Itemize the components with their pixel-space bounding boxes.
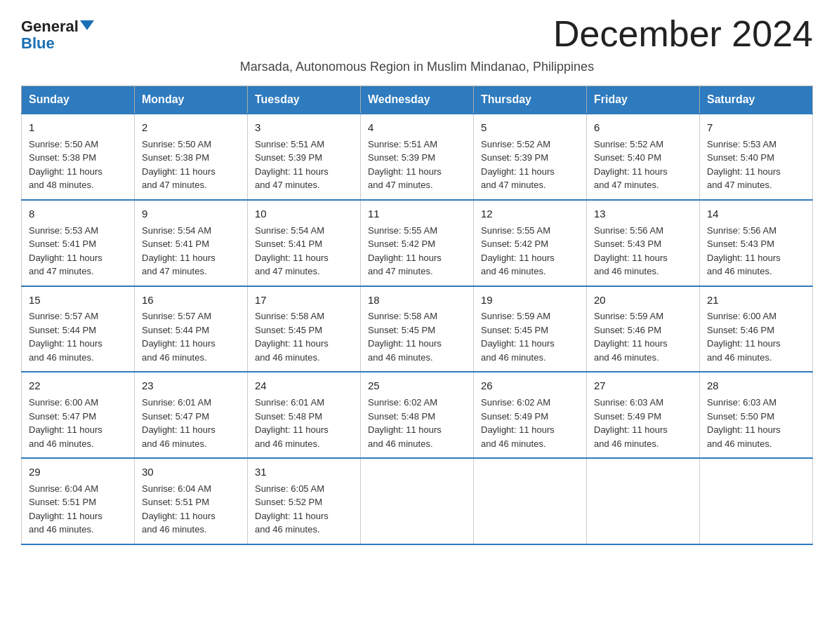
calendar-cell: 7Sunrise: 5:53 AM Sunset: 5:40 PM Daylig… <box>700 114 813 200</box>
day-info: Sunrise: 6:04 AM Sunset: 5:51 PM Dayligh… <box>142 482 240 537</box>
logo-blue-text: Blue <box>21 35 55 52</box>
day-header-wednesday: Wednesday <box>361 86 474 114</box>
day-info: Sunrise: 5:55 AM Sunset: 5:42 PM Dayligh… <box>368 224 466 279</box>
day-info: Sunrise: 5:54 AM Sunset: 5:41 PM Dayligh… <box>255 224 353 279</box>
calendar-cell: 18Sunrise: 5:58 AM Sunset: 5:45 PM Dayli… <box>361 286 474 373</box>
day-info: Sunrise: 6:00 AM Sunset: 5:47 PM Dayligh… <box>29 396 127 450</box>
day-info: Sunrise: 5:50 AM Sunset: 5:38 PM Dayligh… <box>29 137 127 192</box>
calendar-header-row: SundayMondayTuesdayWednesdayThursdayFrid… <box>22 86 813 114</box>
calendar-table: SundayMondayTuesdayWednesdayThursdayFrid… <box>21 86 813 545</box>
day-number: 16 <box>142 293 240 308</box>
day-info: Sunrise: 5:51 AM Sunset: 5:39 PM Dayligh… <box>368 137 466 192</box>
day-number: 30 <box>142 464 240 480</box>
day-number: 26 <box>481 378 579 394</box>
calendar-cell: 25Sunrise: 6:02 AM Sunset: 5:48 PM Dayli… <box>361 372 474 458</box>
calendar-cell: 2Sunrise: 5:50 AM Sunset: 5:38 PM Daylig… <box>135 114 248 200</box>
calendar-cell: 22Sunrise: 6:00 AM Sunset: 5:47 PM Dayli… <box>22 372 135 458</box>
day-info: Sunrise: 5:58 AM Sunset: 5:45 PM Dayligh… <box>368 309 466 364</box>
calendar-cell <box>361 458 474 544</box>
day-info: Sunrise: 5:52 AM Sunset: 5:39 PM Dayligh… <box>481 137 579 192</box>
day-info: Sunrise: 5:56 AM Sunset: 5:43 PM Dayligh… <box>594 224 692 279</box>
day-info: Sunrise: 5:51 AM Sunset: 5:39 PM Dayligh… <box>255 137 353 192</box>
day-number: 8 <box>29 206 127 222</box>
calendar-cell: 1Sunrise: 5:50 AM Sunset: 5:38 PM Daylig… <box>22 114 135 200</box>
page-header: General Blue December 2024 <box>21 14 813 54</box>
calendar-cell: 15Sunrise: 5:57 AM Sunset: 5:44 PM Dayli… <box>22 286 135 373</box>
day-number: 13 <box>594 206 692 222</box>
day-number: 19 <box>481 293 579 308</box>
day-number: 20 <box>594 293 692 308</box>
calendar-cell: 21Sunrise: 6:00 AM Sunset: 5:46 PM Dayli… <box>700 286 813 373</box>
calendar-week-5: 29Sunrise: 6:04 AM Sunset: 5:51 PM Dayli… <box>22 458 813 544</box>
calendar-cell: 13Sunrise: 5:56 AM Sunset: 5:43 PM Dayli… <box>587 200 700 286</box>
day-info: Sunrise: 5:57 AM Sunset: 5:44 PM Dayligh… <box>29 309 127 364</box>
day-info: Sunrise: 5:55 AM Sunset: 5:42 PM Dayligh… <box>481 224 579 279</box>
calendar-cell: 4Sunrise: 5:51 AM Sunset: 5:39 PM Daylig… <box>361 114 474 200</box>
calendar-week-4: 22Sunrise: 6:00 AM Sunset: 5:47 PM Dayli… <box>22 372 813 458</box>
day-info: Sunrise: 5:58 AM Sunset: 5:45 PM Dayligh… <box>255 309 353 364</box>
day-info: Sunrise: 5:54 AM Sunset: 5:41 PM Dayligh… <box>142 224 240 279</box>
day-info: Sunrise: 5:52 AM Sunset: 5:40 PM Dayligh… <box>594 137 692 192</box>
calendar-cell <box>474 458 587 544</box>
calendar-cell: 6Sunrise: 5:52 AM Sunset: 5:40 PM Daylig… <box>587 114 700 200</box>
calendar-cell: 26Sunrise: 6:02 AM Sunset: 5:49 PM Dayli… <box>474 372 587 458</box>
calendar-cell: 19Sunrise: 5:59 AM Sunset: 5:45 PM Dayli… <box>474 286 587 373</box>
day-number: 5 <box>481 120 579 135</box>
day-number: 18 <box>368 293 466 308</box>
calendar-week-3: 15Sunrise: 5:57 AM Sunset: 5:44 PM Dayli… <box>22 286 813 373</box>
month-title: December 2024 <box>553 14 813 54</box>
day-number: 29 <box>29 464 127 480</box>
calendar-cell: 31Sunrise: 6:05 AM Sunset: 5:52 PM Dayli… <box>248 458 361 544</box>
calendar-cell: 23Sunrise: 6:01 AM Sunset: 5:47 PM Dayli… <box>135 372 248 458</box>
calendar-cell: 8Sunrise: 5:53 AM Sunset: 5:41 PM Daylig… <box>22 200 135 286</box>
day-info: Sunrise: 6:01 AM Sunset: 5:48 PM Dayligh… <box>255 396 353 450</box>
day-number: 14 <box>707 206 805 222</box>
day-header-tuesday: Tuesday <box>248 86 361 114</box>
day-info: Sunrise: 6:04 AM Sunset: 5:51 PM Dayligh… <box>29 482 127 537</box>
day-number: 28 <box>707 378 805 394</box>
day-number: 31 <box>255 464 353 480</box>
day-number: 3 <box>255 120 353 135</box>
logo-general-text: General <box>21 18 79 35</box>
day-header-thursday: Thursday <box>474 86 587 114</box>
day-info: Sunrise: 5:53 AM Sunset: 5:41 PM Dayligh… <box>29 224 127 279</box>
day-header-monday: Monday <box>135 86 248 114</box>
day-header-friday: Friday <box>587 86 700 114</box>
day-number: 10 <box>255 206 353 222</box>
calendar-cell: 3Sunrise: 5:51 AM Sunset: 5:39 PM Daylig… <box>248 114 361 200</box>
day-number: 15 <box>29 293 127 308</box>
day-number: 23 <box>142 378 240 394</box>
day-info: Sunrise: 6:03 AM Sunset: 5:50 PM Dayligh… <box>707 396 805 450</box>
calendar-cell: 30Sunrise: 6:04 AM Sunset: 5:51 PM Dayli… <box>135 458 248 544</box>
calendar-cell: 27Sunrise: 6:03 AM Sunset: 5:49 PM Dayli… <box>587 372 700 458</box>
day-number: 25 <box>368 378 466 394</box>
title-section: December 2024 <box>553 14 813 54</box>
calendar-cell <box>587 458 700 544</box>
day-number: 17 <box>255 293 353 308</box>
day-info: Sunrise: 6:02 AM Sunset: 5:48 PM Dayligh… <box>368 396 466 450</box>
day-info: Sunrise: 5:59 AM Sunset: 5:45 PM Dayligh… <box>481 309 579 364</box>
day-info: Sunrise: 6:01 AM Sunset: 5:47 PM Dayligh… <box>142 396 240 450</box>
logo: General Blue <box>21 14 94 52</box>
calendar-cell: 11Sunrise: 5:55 AM Sunset: 5:42 PM Dayli… <box>361 200 474 286</box>
day-info: Sunrise: 6:00 AM Sunset: 5:46 PM Dayligh… <box>707 309 805 364</box>
calendar-cell: 17Sunrise: 5:58 AM Sunset: 5:45 PM Dayli… <box>248 286 361 373</box>
calendar-cell: 28Sunrise: 6:03 AM Sunset: 5:50 PM Dayli… <box>700 372 813 458</box>
day-info: Sunrise: 5:59 AM Sunset: 5:46 PM Dayligh… <box>594 309 692 364</box>
calendar-cell: 14Sunrise: 5:56 AM Sunset: 5:43 PM Dayli… <box>700 200 813 286</box>
day-info: Sunrise: 6:05 AM Sunset: 5:52 PM Dayligh… <box>255 482 353 537</box>
day-info: Sunrise: 6:03 AM Sunset: 5:49 PM Dayligh… <box>594 396 692 450</box>
calendar-cell: 29Sunrise: 6:04 AM Sunset: 5:51 PM Dayli… <box>22 458 135 544</box>
day-header-sunday: Sunday <box>22 86 135 114</box>
day-number: 1 <box>29 120 127 135</box>
day-number: 2 <box>142 120 240 135</box>
day-number: 6 <box>594 120 692 135</box>
day-info: Sunrise: 5:53 AM Sunset: 5:40 PM Dayligh… <box>707 137 805 192</box>
subtitle: Marsada, Autonomous Region in Muslim Min… <box>21 60 813 74</box>
calendar-cell: 16Sunrise: 5:57 AM Sunset: 5:44 PM Dayli… <box>135 286 248 373</box>
day-number: 11 <box>368 206 466 222</box>
day-number: 4 <box>368 120 466 135</box>
day-number: 7 <box>707 120 805 135</box>
day-info: Sunrise: 5:56 AM Sunset: 5:43 PM Dayligh… <box>707 224 805 279</box>
day-number: 21 <box>707 293 805 308</box>
